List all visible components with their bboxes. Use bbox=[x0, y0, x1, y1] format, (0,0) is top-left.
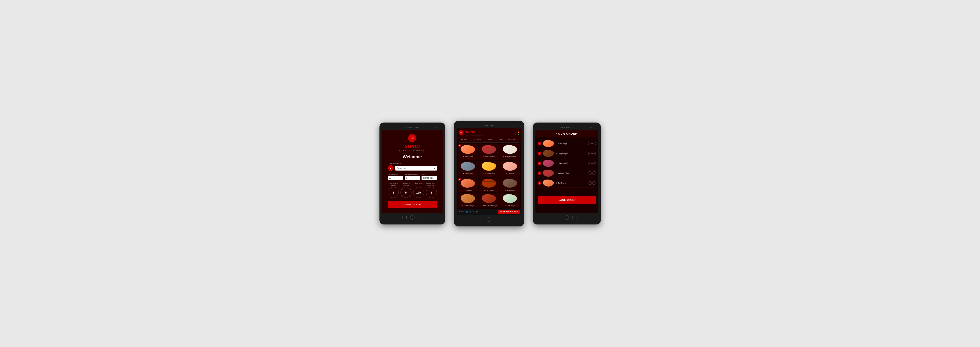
item-image bbox=[460, 145, 476, 154]
increase-button[interactable]: + bbox=[592, 162, 596, 165]
item-image bbox=[481, 194, 497, 204]
nav-home-2[interactable] bbox=[487, 217, 491, 221]
footer-time: ⏱ 40:00 bbox=[458, 211, 465, 213]
logo-circle: ⦿ bbox=[408, 134, 416, 142]
table-number-group: Table Number 23 bbox=[388, 173, 403, 180]
item-image bbox=[481, 145, 497, 154]
people-icon: 👤 bbox=[466, 211, 468, 213]
item-label: 6. Ebi Nigiri bbox=[506, 172, 514, 174]
tablet-bottom-1 bbox=[382, 213, 442, 222]
tablet-top-3: SAMSUNG bbox=[535, 125, 598, 130]
decrease-button[interactable]: − bbox=[588, 142, 592, 145]
place-order-button[interactable]: PLACE ORDER bbox=[538, 196, 596, 204]
item-badge: 1 bbox=[458, 178, 461, 181]
list-item[interactable]: 11. Flambe Sake Nigiri bbox=[479, 193, 499, 207]
tablet-2: SAMSUNG ⦿ sumo SUSHI & GRILL RESTAURANT bbox=[454, 121, 524, 226]
order-review-button[interactable]: TO ORDER REVIEW bbox=[498, 210, 519, 214]
star-icon bbox=[487, 175, 488, 176]
order-item-controls: − + bbox=[588, 142, 596, 145]
table-row: 1 2. Maguro Nigiri − + bbox=[538, 169, 596, 178]
list-item[interactable]: 12. Tako Nigiri bbox=[500, 193, 520, 207]
order-qty-badge: 1 bbox=[538, 181, 541, 185]
item-image bbox=[460, 178, 476, 188]
nav-recent-2[interactable] bbox=[495, 218, 499, 221]
item-image bbox=[460, 162, 476, 172]
time-value: 40:00 bbox=[461, 211, 465, 213]
menu-dots bbox=[518, 131, 519, 135]
open-table-button[interactable]: OPEN TABLE bbox=[388, 201, 437, 208]
list-item[interactable]: 8. Kani Nigiri bbox=[479, 178, 499, 192]
increase-button[interactable]: + bbox=[592, 142, 596, 145]
order-item-image bbox=[543, 180, 554, 186]
list-item[interactable]: 6. Ebi Nigiri bbox=[500, 161, 520, 177]
star-icon bbox=[469, 158, 470, 159]
table-group-select[interactable]: Sushi bar ▾ bbox=[395, 166, 437, 170]
menu-logo-left: ⦿ sumo SUSHI & GRILL RESTAURANT bbox=[459, 130, 485, 136]
order-item-image bbox=[543, 160, 554, 167]
tab-temaki[interactable]: TEMAKI bbox=[483, 137, 496, 142]
guests-input[interactable]: 5 bbox=[405, 176, 420, 180]
list-item[interactable]: 4. Saba Nigiri bbox=[458, 161, 478, 177]
increase-button[interactable]: + bbox=[592, 172, 596, 175]
order-item-controls: − + bbox=[588, 152, 596, 155]
order-item-controls: − + bbox=[588, 172, 596, 175]
menu-logo-row: ⦿ sumo SUSHI & GRILL RESTAURANT bbox=[459, 130, 519, 136]
guests-label: Number of guests bbox=[405, 173, 420, 175]
nav-back-3[interactable] bbox=[557, 216, 561, 219]
decrease-button[interactable]: − bbox=[588, 162, 592, 165]
list-item[interactable]: 5. Tamago Nigiri bbox=[479, 161, 499, 177]
order-item-image bbox=[543, 150, 554, 157]
c-label-1: Number of guests bbox=[388, 182, 400, 186]
decrease-button[interactable]: − bbox=[588, 181, 592, 185]
decrease-button[interactable]: − bbox=[588, 152, 592, 155]
tab-gunkan[interactable]: GUNKAN bbox=[470, 137, 483, 142]
item-image bbox=[503, 145, 518, 154]
menu-screen: ⦿ sumo SUSHI & GRILL RESTAURANT bbox=[457, 128, 522, 215]
tab-maki[interactable]: MAKI bbox=[496, 137, 505, 142]
welcome-title: Welcome bbox=[403, 154, 422, 159]
order-item-image bbox=[543, 140, 554, 147]
nav-back-2[interactable] bbox=[479, 218, 483, 221]
list-item[interactable]: 1 1. Sake Nigiri bbox=[458, 144, 478, 160]
nav-recent-3[interactable] bbox=[573, 216, 577, 219]
brand-label-3: SAMSUNG bbox=[561, 126, 573, 129]
c-label-3: Time Limit bbox=[412, 182, 425, 186]
tablet-top-2: SAMSUNG bbox=[457, 123, 522, 128]
item-label: 4. Saba Nigiri bbox=[463, 172, 473, 174]
order-header: YOUR ORDER bbox=[535, 130, 598, 137]
table-group-label: Table Group bbox=[390, 162, 401, 165]
increase-button[interactable]: + bbox=[592, 181, 596, 185]
list-item[interactable]: 1 7. Ebi Nigiri bbox=[458, 178, 478, 192]
nav-home-1[interactable] bbox=[410, 215, 415, 220]
order-qty-badge: 1 bbox=[538, 142, 541, 145]
tab-sashimi[interactable]: SASHIMI bbox=[505, 137, 519, 142]
table-row: 1 6. Ebi Nigiri − + bbox=[538, 179, 596, 188]
logo-container: ⦿ sumo SUSHI & GRILL RESTAURANT bbox=[399, 134, 426, 151]
fields-row: Table Number 23 Number of guests 5 Menu … bbox=[386, 173, 439, 180]
menu-footer: ⏱ 40:00 👤 1/5 🍽 1/10 TO ORDER REVIEW bbox=[457, 209, 522, 215]
menu-input[interactable]: dinner set bbox=[422, 176, 437, 180]
menu-sumo: sumo bbox=[465, 130, 485, 134]
decrease-button[interactable]: − bbox=[588, 172, 592, 175]
menu-subtitle: SUSHI & GRILL RESTAURANT bbox=[465, 134, 485, 136]
nav-recent-1[interactable] bbox=[418, 216, 422, 219]
nav-home-3[interactable] bbox=[565, 215, 569, 220]
list-item[interactable]: 10. Salmon Nigiri bbox=[458, 193, 478, 207]
item-label: 8. Kani Nigiri bbox=[484, 189, 494, 191]
menu-group: Menu dinner set bbox=[422, 173, 437, 180]
nav-back-1[interactable] bbox=[402, 216, 407, 219]
stars bbox=[465, 158, 470, 159]
star-icon bbox=[490, 175, 491, 176]
menu-logo-circle: ⦿ bbox=[459, 130, 464, 135]
list-item[interactable]: 2. Maguro Nigiri bbox=[479, 144, 499, 160]
item-label: 7. Ebi Nigiri bbox=[464, 189, 472, 191]
item-image bbox=[503, 178, 518, 188]
list-item[interactable]: 3. Roodbaars Nigiri bbox=[500, 144, 520, 160]
table-number-input[interactable]: 23 bbox=[388, 176, 403, 180]
list-item[interactable]: 9. Unagi Nigiri bbox=[500, 178, 520, 192]
dot-green bbox=[518, 134, 519, 135]
footer-guests: 👤 1/5 bbox=[466, 211, 471, 213]
increase-button[interactable]: + bbox=[592, 152, 596, 155]
tab-nigiri[interactable]: NIGIRI bbox=[459, 137, 470, 142]
screen-2: ⦿ sumo SUSHI & GRILL RESTAURANT bbox=[457, 128, 522, 215]
